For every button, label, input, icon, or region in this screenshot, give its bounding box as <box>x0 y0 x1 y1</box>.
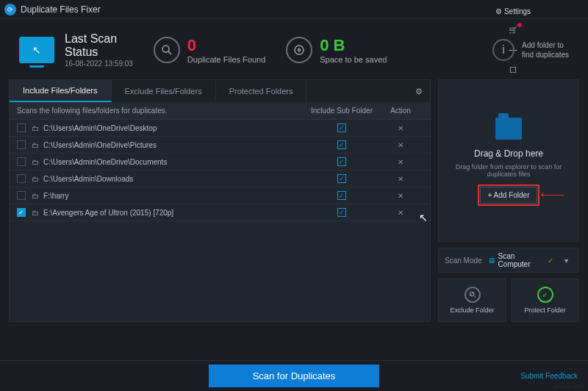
scan-mode-dropdown[interactable]: ▾ <box>559 257 573 265</box>
exclude-label: Exclude Folder <box>450 306 494 314</box>
row-checkbox[interactable]: ✓ <box>17 208 26 217</box>
drop-title: Drag & Drop here <box>474 148 543 159</box>
folder-icon: 🗀 <box>32 192 39 200</box>
info-icon: i <box>492 39 514 61</box>
app-logo-icon: ⟳ <box>4 4 16 15</box>
header-action: Action <box>379 107 423 115</box>
duplicate-label: Duplicate Files Found <box>187 55 265 64</box>
row-remove[interactable]: ✕ <box>379 175 423 183</box>
row-path: C:\Users\Admin\Downloads <box>43 175 305 183</box>
watermark: wsxdn.com <box>554 383 584 390</box>
row-checkbox[interactable] <box>17 140 26 149</box>
drop-desc: Drag folder from explorer to scan for du… <box>449 163 568 178</box>
svg-line-6 <box>470 293 473 295</box>
folder-icon: 🗀 <box>32 141 39 149</box>
svg-point-0 <box>162 46 169 52</box>
maximize-button[interactable]: ☐ <box>505 63 521 76</box>
folder-row: 🗀C:\Users\Admin\OneDrive\Desktop✓✕ <box>10 120 430 137</box>
add-title: Add folder to <box>522 41 564 49</box>
row-remove[interactable]: ✕ <box>379 141 423 149</box>
row-checkbox[interactable] <box>17 123 26 132</box>
scan-title-1: Last Scan <box>65 32 133 46</box>
tabs: Include Files/Folders Exclude Files/Fold… <box>10 80 430 102</box>
tab-include[interactable]: Include Files/Folders <box>10 80 112 102</box>
scan-mode-label: Scan Mode <box>445 257 482 265</box>
protect-folder-button[interactable]: ✓ Protect Folder <box>511 279 579 322</box>
row-subfolder[interactable]: ✓ <box>305 140 379 149</box>
add-folder-button[interactable]: + Add Folder <box>480 187 538 204</box>
row-remove[interactable]: ✕ <box>379 124 423 132</box>
tab-exclude[interactable]: Exclude Files/Folders <box>112 81 216 101</box>
folder-icon: 🗀 <box>32 209 39 217</box>
folder-list-panel: Include Files/Folders Exclude Files/Fold… <box>9 79 431 322</box>
scan-title-2: Status <box>65 46 133 59</box>
exclude-folder-button[interactable]: Exclude Folder <box>438 279 506 322</box>
row-subfolder[interactable]: ✓ <box>305 157 379 166</box>
space-value: 0 B <box>320 36 387 55</box>
monitor-icon: ↖ <box>19 37 54 63</box>
list-header: Scans the following files/folders for du… <box>10 102 430 120</box>
svg-line-5 <box>473 295 476 298</box>
folder-row: 🗀C:\Users\Admin\OneDrive\Documents✓✕ <box>10 154 430 171</box>
header-desc: Scans the following files/folders for du… <box>17 107 305 115</box>
space-label: Space to be saved <box>320 55 387 64</box>
last-scan-status: ↖ Last Scan Status 16-08-2022 13:59:03 <box>19 32 133 68</box>
row-path: E:\Avengers Age of Ultron (2015) [720p] <box>43 209 305 217</box>
row-remove[interactable]: ✕ <box>379 209 423 217</box>
row-subfolder[interactable]: ✓ <box>305 174 379 183</box>
feedback-link[interactable]: Submit Feedback <box>520 372 578 380</box>
protect-label: Protect Folder <box>524 306 566 314</box>
protect-icon: ✓ <box>537 287 553 303</box>
row-path: C:\Users\Admin\OneDrive\Pictures <box>43 141 305 149</box>
scan-date: 16-08-2022 13:59:03 <box>65 60 133 68</box>
drop-zone[interactable]: Drag & Drop here Drag folder from explor… <box>438 79 579 242</box>
row-subfolder[interactable]: ✓ <box>305 208 379 217</box>
right-panel: Drag & Drop here Drag folder from explor… <box>438 79 579 322</box>
disk-icon <box>286 37 312 63</box>
search-icon <box>154 37 180 63</box>
annotation-arrow <box>542 195 564 196</box>
svg-line-1 <box>168 51 171 54</box>
row-subfolder[interactable]: ✓ <box>305 123 379 132</box>
titlebar: ⟳ Duplicate Files Fixer ▾ | ▦Action Cent… <box>0 0 588 19</box>
duplicate-count-block: 0 Duplicate Files Found <box>154 36 265 64</box>
row-checkbox[interactable] <box>17 174 26 183</box>
row-path: C:\Users\Admin\OneDrive\Desktop <box>43 124 305 132</box>
duplicate-count: 0 <box>187 36 265 55</box>
scan-button[interactable]: Scan for Duplicates <box>209 365 380 387</box>
header-subfolder: Include Sub Folder <box>305 107 379 115</box>
folder-rows: 🗀C:\Users\Admin\OneDrive\Desktop✓✕🗀C:\Us… <box>10 120 430 321</box>
row-checkbox[interactable] <box>17 191 26 200</box>
folder-drop-icon <box>495 118 522 140</box>
row-path: C:\Users\Admin\OneDrive\Documents <box>43 158 305 166</box>
folder-row: 🗀C:\Users\Admin\Downloads✓✕ <box>10 171 430 187</box>
scan-mode-bar: Scan Mode 🖥Scan Computer✓ ▾ <box>438 248 579 273</box>
tab-settings-icon[interactable]: ⚙ <box>408 82 430 101</box>
row-subfolder[interactable]: ✓ <box>305 191 379 200</box>
settings-label: Settings <box>504 7 531 15</box>
footer: Scan for Duplicates Submit Feedback <box>0 360 588 391</box>
row-checkbox[interactable] <box>17 157 26 166</box>
notifications-icon[interactable]: 🛒 <box>506 24 520 35</box>
row-remove[interactable]: ✕ <box>379 158 423 166</box>
folder-row: 🗀F:\harry✓✕ <box>10 187 430 204</box>
row-path: F:\harry <box>43 192 305 200</box>
row-remove[interactable]: ✕ <box>379 192 423 200</box>
svg-point-3 <box>298 49 301 51</box>
folder-icon: 🗀 <box>32 124 39 132</box>
settings-button[interactable]: ⚙Settings <box>492 6 534 17</box>
folder-row: ✓🗀E:\Avengers Age of Ultron (2015) [720p… <box>10 204 430 221</box>
main-area: Include Files/Folders Exclude Files/Fold… <box>0 79 588 322</box>
scan-mode-value[interactable]: 🖥Scan Computer✓ <box>488 252 553 268</box>
add-sub: find duplicates <box>522 51 569 59</box>
app-title: Duplicate Files Fixer <box>21 4 442 15</box>
exclude-icon <box>465 287 481 303</box>
folder-icon: 🗀 <box>32 158 39 166</box>
space-saved-block: 0 B Space to be saved <box>286 36 387 64</box>
svg-point-2 <box>295 46 304 54</box>
bottom-buttons: Exclude Folder ✓ Protect Folder <box>438 279 579 322</box>
tab-protected[interactable]: Protected Folders <box>216 81 307 101</box>
folder-row: 🗀C:\Users\Admin\OneDrive\Pictures✓✕ <box>10 137 430 154</box>
add-folder-hint[interactable]: i Add folder tofind duplicates <box>492 39 569 61</box>
folder-icon: 🗀 <box>32 175 39 183</box>
